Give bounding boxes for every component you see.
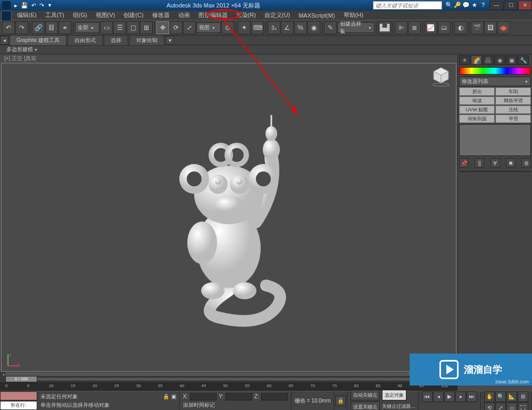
curve-editor-button[interactable]: 📈	[425, 21, 437, 34]
help-search-box[interactable]	[373, 1, 442, 10]
coord-y-input[interactable]	[226, 393, 252, 400]
manipulate-button[interactable]: ✦	[238, 21, 251, 34]
pin-stack-button[interactable]: 📌	[459, 158, 469, 168]
mod-meshsmooth[interactable]: 网格平滑	[495, 96, 531, 105]
time-slider[interactable]: 0 / 100	[0, 376, 458, 382]
isolate-icon[interactable]: ▣	[171, 393, 176, 399]
unlink-button[interactable]: ⛓	[45, 21, 58, 34]
align-button[interactable]: ⊫	[395, 21, 408, 34]
menu-tools[interactable]: 工具(T)	[41, 11, 69, 20]
select-object-button[interactable]: ▭	[100, 21, 113, 34]
nav-pan-button[interactable]: ✋	[484, 391, 495, 402]
layers-button[interactable]: ≣	[408, 21, 421, 34]
application-button[interactable]	[1, 11, 12, 21]
tab-utilities[interactable]: 🔧	[518, 55, 529, 65]
maximize-button[interactable]: ☐	[504, 1, 518, 10]
modifier-stack[interactable]	[459, 124, 531, 156]
show-end-button[interactable]: ||	[475, 158, 484, 168]
nav-fov-button[interactable]: 📐	[506, 391, 517, 402]
render-button[interactable]: 🫖	[497, 21, 510, 34]
viewport[interactable]: z x	[1, 63, 456, 372]
mod-lathe[interactable]: 车削	[495, 87, 531, 96]
help-icon[interactable]: ?	[479, 2, 487, 9]
nav-orbit-button[interactable]: ⟲	[484, 403, 495, 410]
autokey-button[interactable]: 自动关键点	[351, 390, 380, 400]
ribbon-tab-paint[interactable]: 对象绘制	[129, 35, 164, 46]
quick-undo-icon[interactable]: ↶	[31, 2, 36, 9]
menu-group[interactable]: 组(G)	[69, 11, 92, 20]
menu-graph-editors[interactable]: 图形编辑器	[194, 11, 232, 20]
menu-maxscript[interactable]: MAXScript(M)	[294, 12, 339, 19]
remove-mod-button[interactable]: ✖	[506, 158, 516, 168]
snap-toggle-button[interactable]: 3ₐ	[268, 21, 280, 34]
tab-hierarchy[interactable]: 品	[483, 55, 494, 65]
modifier-list-dropdown[interactable]: 修改器列表	[459, 77, 531, 86]
menu-views[interactable]: 视图(V)	[92, 11, 120, 20]
link-button[interactable]: 🔗	[32, 21, 45, 34]
goto-end-button[interactable]: ⏭	[467, 391, 477, 402]
menu-create[interactable]: 创建(C)	[119, 11, 147, 20]
select-rotate-button[interactable]: ⟳	[170, 21, 182, 34]
script-mini-listener[interactable]: 所在行:	[0, 391, 37, 410]
goto-start-button[interactable]: ⏮	[422, 391, 433, 402]
configure-button[interactable]: ⚙	[521, 158, 531, 168]
help-search-input[interactable]	[373, 3, 442, 9]
nav-zoom-button[interactable]: 🔍	[495, 391, 506, 402]
viewcube-gizmo[interactable]	[430, 65, 452, 87]
edit-selection-button[interactable]: ✎	[324, 21, 337, 34]
material-editor-button[interactable]: ◐	[454, 21, 467, 34]
selection-set-button[interactable]: 选定对象	[382, 390, 406, 400]
mirror-button[interactable]: ▙▟	[378, 21, 391, 34]
ref-coord-combo[interactable]: 视图	[196, 22, 221, 33]
time-slider-handle[interactable]: 0 / 100	[5, 376, 37, 382]
menu-modifiers[interactable]: 修改器	[148, 11, 174, 20]
menu-customize[interactable]: 自定义(U)	[260, 11, 294, 20]
select-move-button[interactable]: ✥	[156, 21, 169, 34]
ribbon-panel-label[interactable]: 多边形建模	[6, 46, 38, 53]
menu-help[interactable]: 帮助(H)	[339, 11, 368, 20]
quick-save-icon[interactable]: 💾	[21, 2, 28, 9]
minimize-button[interactable]: —	[489, 1, 503, 10]
window-crossing-button[interactable]: ⊞	[140, 21, 153, 34]
mod-extrude[interactable]: 挤出	[459, 87, 495, 96]
redo-button[interactable]: ↷	[15, 21, 28, 34]
tab-create[interactable]: ✳	[459, 55, 470, 65]
select-scale-button[interactable]: ⤢	[183, 21, 196, 34]
ribbon-toggle[interactable]: ◂	[0, 36, 9, 45]
schematic-view-button[interactable]: 🗂	[438, 21, 451, 34]
select-region-button[interactable]: ▢	[127, 21, 139, 34]
coord-z-input[interactable]	[261, 393, 288, 400]
subscription-icon[interactable]: 🔑	[454, 2, 461, 9]
quick-access-icon[interactable]: ▸	[14, 2, 18, 9]
spinner-snap-button[interactable]: ◉	[307, 21, 320, 34]
mod-smooth[interactable]: 平滑	[495, 114, 531, 123]
percent-snap-button[interactable]: %	[294, 21, 307, 34]
key-filters-button[interactable]: 关键点过滤器...	[382, 403, 415, 410]
render-setup-button[interactable]: 🎬	[471, 21, 484, 34]
tab-motion[interactable]: ◉	[494, 55, 505, 65]
selection-filter-combo[interactable]: 全部	[75, 22, 99, 33]
quick-redo-icon[interactable]: ↷	[39, 2, 44, 9]
named-selection-combo[interactable]: 创建选择集	[337, 22, 375, 33]
pivot-button[interactable]: ⊙	[221, 21, 234, 34]
search-icon[interactable]: 🔍	[445, 2, 453, 9]
keyboard-button[interactable]: ⌨	[251, 21, 264, 34]
nav-region-button[interactable]: ▭	[506, 403, 517, 410]
prev-frame-button[interactable]: ◂	[433, 391, 444, 402]
unique-button[interactable]: ∀	[491, 158, 500, 168]
favorite-icon[interactable]: ★	[471, 2, 478, 9]
play-button[interactable]: ▶	[444, 391, 455, 402]
ribbon-tab-freeform[interactable]: 自由形式	[68, 35, 103, 46]
close-button[interactable]: ✕	[518, 1, 532, 10]
add-time-tag[interactable]: 添加时间标记	[183, 401, 215, 409]
ribbon-expand[interactable]: ▾	[165, 36, 174, 45]
lock-icon[interactable]: 🔒	[163, 393, 169, 399]
nav-maximize-button[interactable]: ⛶	[518, 403, 528, 410]
object-color-swatch[interactable]	[459, 67, 531, 75]
viewport-label[interactable]: [+] 正交 [真实	[0, 54, 458, 63]
mod-normal[interactable]: 法线	[495, 105, 531, 114]
menu-animation[interactable]: 动画	[174, 11, 194, 20]
render-frame-button[interactable]: 🖼	[484, 21, 497, 34]
mod-bevel[interactable]: 倒角剖面	[459, 114, 495, 123]
mod-noise[interactable]: 噪波	[459, 96, 495, 105]
